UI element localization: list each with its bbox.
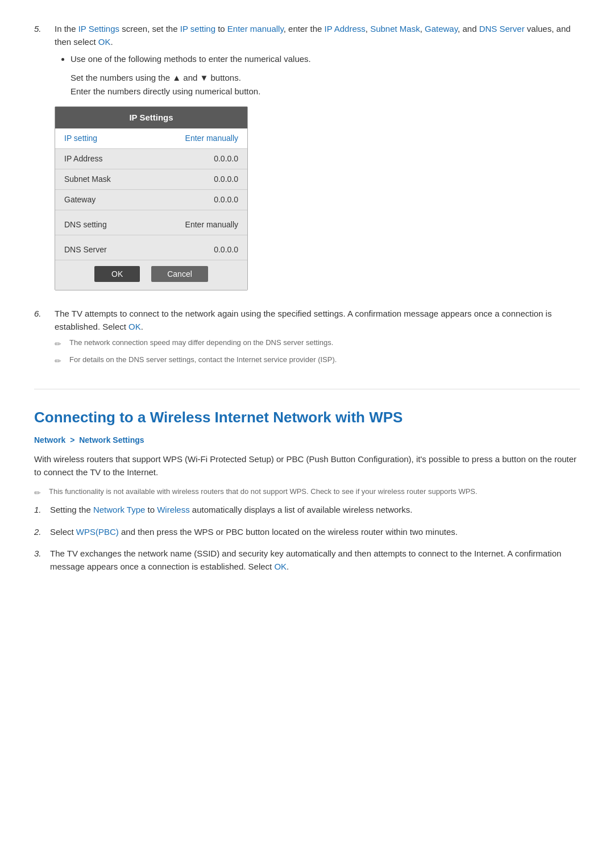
- ip-row-setting-value: Enter manually: [185, 132, 238, 144]
- wps-step-2: 2. Select WPS(PBC) and then press the WP…: [34, 526, 580, 539]
- breadcrumb-settings[interactable]: Network Settings: [79, 435, 144, 445]
- step6-note2: ✏ For details on the DNS server settings…: [55, 355, 580, 367]
- ip-settings-title: IP Settings: [55, 107, 247, 129]
- step5-text6: ,: [420, 24, 425, 34]
- step5-ok-link[interactable]: OK: [98, 37, 111, 47]
- breadcrumb-network[interactable]: Network: [34, 435, 65, 445]
- step6-ok-link[interactable]: OK: [128, 322, 141, 331]
- step-6-number: 6.: [34, 308, 55, 321]
- wps-step3-text2: .: [287, 562, 289, 571]
- step-6-item: 6. The TV attempts to connect to the net…: [34, 308, 580, 372]
- ip-row-subnet-value: 0.0.0.0: [214, 173, 238, 185]
- wps-step3-ok-link[interactable]: OK: [274, 562, 287, 571]
- step5-sub2: Enter the numbers directly using numeric…: [70, 85, 580, 98]
- ip-ok-button[interactable]: OK: [94, 266, 140, 282]
- ip-row-dns-server-label: DNS Server: [64, 244, 107, 256]
- pencil-icon-1: ✏: [55, 338, 65, 350]
- step5-sub1: Set the numbers using the ▲ and ▼ button…: [70, 72, 580, 85]
- ip-row-address-value: 0.0.0.0: [214, 153, 238, 165]
- step-6-content: The TV attempts to connect to the networ…: [55, 308, 580, 372]
- wps-step2-num: 2.: [34, 526, 50, 539]
- ip-row-setting[interactable]: IP setting Enter manually: [55, 128, 247, 149]
- ip-settings-dialog: IP Settings IP setting Enter manually IP…: [55, 106, 248, 291]
- step5-text-intro: In the: [55, 24, 78, 34]
- step5-enter-manually-link[interactable]: Enter manually: [227, 24, 284, 34]
- step5-text5: ,: [366, 24, 370, 34]
- wps-heading: Connecting to a Wireless Internet Networ…: [34, 406, 580, 429]
- step-5-number: 5.: [34, 23, 55, 36]
- step-6-para: The TV attempts to connect to the networ…: [55, 308, 580, 333]
- step5-bullet-text: Use one of the following methods to ente…: [70, 54, 311, 64]
- step5-ip-setting-link[interactable]: IP setting: [180, 24, 215, 34]
- breadcrumb-sep: >: [70, 435, 74, 445]
- step5-bullet-item: Use one of the following methods to ente…: [70, 53, 580, 66]
- step-5-section: 5. In the IP Settings screen, set the IP…: [34, 23, 580, 372]
- ip-section-spacer2: [55, 235, 247, 240]
- ip-section-spacer: [55, 210, 247, 215]
- pencil-icon-wps: ✏: [34, 487, 44, 499]
- section-divider: [34, 389, 580, 389]
- step5-text9: .: [110, 37, 113, 47]
- wps-step3-content: The TV exchanges the network name (SSID)…: [50, 547, 580, 573]
- step-5-item: 5. In the IP Settings screen, set the IP…: [34, 23, 580, 298]
- step6-note1: ✏ The network connection speed may diffe…: [55, 338, 580, 350]
- ip-row-dns-setting[interactable]: DNS setting Enter manually: [55, 215, 247, 235]
- ip-row-gateway-label: Gateway: [64, 194, 96, 206]
- wps-section: Connecting to a Wireless Internet Networ…: [34, 406, 580, 573]
- wps-step-1: 1. Setting the Network Type to Wireless …: [34, 504, 580, 517]
- wps-step1-text3: automatically displays a list of availab…: [190, 505, 413, 514]
- step5-gateway-link[interactable]: Gateway: [425, 24, 458, 34]
- ip-row-dns-server-value: 0.0.0.0: [214, 244, 238, 256]
- ip-cancel-button[interactable]: Cancel: [151, 266, 208, 282]
- ip-row-gateway[interactable]: Gateway 0.0.0.0: [55, 190, 247, 210]
- wps-step-3: 3. The TV exchanges the network name (SS…: [34, 547, 580, 573]
- wps-step2-text2: and then press the WPS or PBC button loc…: [119, 527, 458, 537]
- ip-row-address[interactable]: IP Address 0.0.0.0: [55, 149, 247, 169]
- wps-step1-content: Setting the Network Type to Wireless aut…: [50, 504, 580, 517]
- step5-ip-settings-link[interactable]: IP Settings: [78, 24, 119, 34]
- wps-step3-num: 3.: [34, 547, 50, 560]
- wps-step2-text1: Select: [50, 527, 76, 537]
- ip-row-subnet[interactable]: Subnet Mask 0.0.0.0: [55, 169, 247, 190]
- wps-step3-text1: The TV exchanges the network name (SSID)…: [50, 549, 561, 571]
- ip-row-dns-server[interactable]: DNS Server 0.0.0.0: [55, 240, 247, 260]
- step5-text2: screen, set the: [119, 24, 180, 34]
- wps-step1-text2: to: [145, 505, 157, 514]
- step5-text4: , enter the: [284, 24, 325, 34]
- breadcrumb: Network > Network Settings: [34, 434, 580, 446]
- step5-dns-server-link[interactable]: DNS Server: [479, 24, 525, 34]
- wps-note: ✏ This functionality is not available wi…: [34, 487, 580, 499]
- step-5-content: In the IP Settings screen, set the IP se…: [55, 23, 580, 298]
- ip-row-dns-setting-value: Enter manually: [185, 219, 238, 231]
- step6-text2: .: [141, 322, 143, 331]
- wps-step2-content: Select WPS(PBC) and then press the WPS o…: [50, 526, 580, 539]
- step5-bullet-list: Use one of the following methods to ente…: [55, 53, 580, 66]
- wps-pbc-link[interactable]: WPS(PBC): [76, 527, 119, 537]
- ip-row-gateway-value: 0.0.0.0: [214, 194, 238, 206]
- ip-row-setting-label: IP setting: [64, 132, 97, 144]
- ip-row-address-label: IP Address: [64, 153, 102, 165]
- step-5-para: In the IP Settings screen, set the IP se…: [55, 23, 580, 48]
- wps-steps: 1. Setting the Network Type to Wireless …: [34, 504, 580, 573]
- ip-settings-body: IP setting Enter manually IP Address 0.0…: [55, 128, 247, 290]
- wps-step1-text1: Setting the: [50, 505, 93, 514]
- step5-ip-address-link[interactable]: IP Address: [325, 24, 366, 34]
- step6-note2-text: For details on the DNS server settings, …: [69, 355, 337, 365]
- step5-sub-indent: Set the numbers using the ▲ and ▼ button…: [55, 72, 580, 98]
- step6-note1-text: The network connection speed may differ …: [69, 338, 333, 348]
- wps-network-type-link[interactable]: Network Type: [93, 505, 145, 514]
- ip-row-dns-setting-label: DNS setting: [64, 219, 107, 231]
- wps-note-text: This functionality is not available with…: [49, 487, 478, 497]
- ip-row-subnet-label: Subnet Mask: [64, 173, 111, 185]
- wps-wireless-link[interactable]: Wireless: [157, 505, 190, 514]
- wps-intro: With wireless routers that support WPS (…: [34, 453, 580, 479]
- pencil-icon-2: ✏: [55, 355, 65, 367]
- step5-text7: , and: [458, 24, 479, 34]
- ip-buttons: OK Cancel: [55, 260, 247, 290]
- step5-subnet-mask-link[interactable]: Subnet Mask: [370, 24, 420, 34]
- step5-text3: to: [215, 24, 227, 34]
- wps-step1-num: 1.: [34, 504, 50, 517]
